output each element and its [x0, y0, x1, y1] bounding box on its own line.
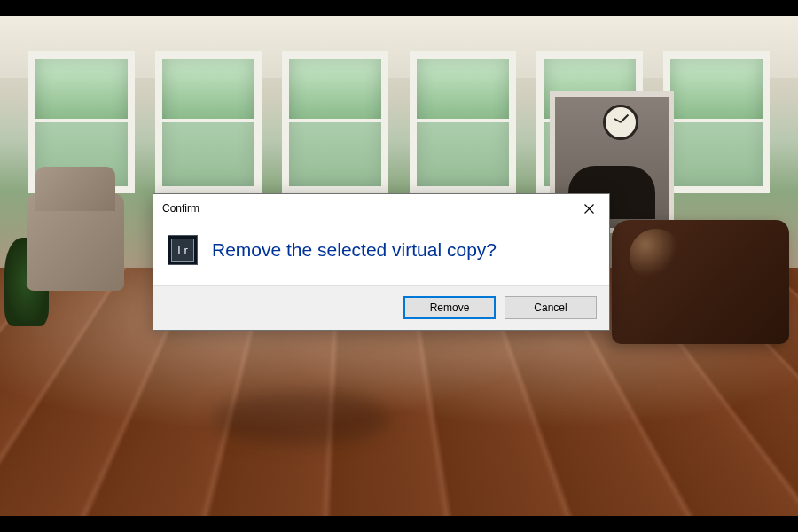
dialog-titlebar: Confirm [153, 194, 609, 223]
close-button[interactable] [568, 194, 609, 223]
letterbox-bottom [0, 516, 798, 532]
confirm-dialog: Confirm Lr Remove the selected virtual c… [153, 193, 610, 331]
dialog-message: Remove the selected virtual copy? [212, 239, 497, 261]
cancel-button[interactable]: Cancel [505, 296, 597, 319]
letterbox-top [0, 0, 798, 16]
dialog-footer: Remove Cancel [153, 285, 609, 330]
dialog-body: Lr Remove the selected virtual copy? [153, 223, 609, 285]
dialog-title: Confirm [162, 202, 200, 215]
close-icon [584, 204, 594, 214]
lightroom-icon: Lr [168, 235, 198, 265]
remove-button[interactable]: Remove [403, 296, 496, 319]
